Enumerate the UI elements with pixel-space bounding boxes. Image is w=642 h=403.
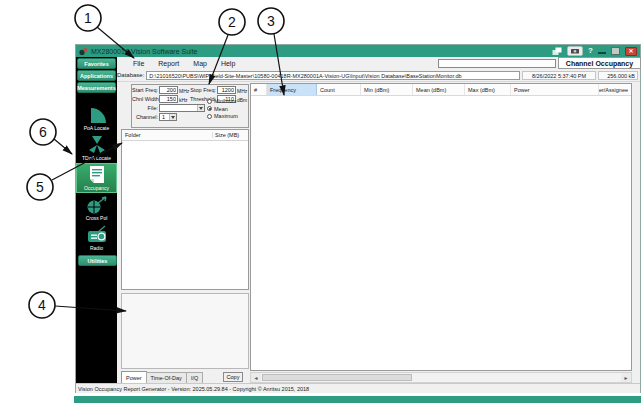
app-window: MX280001A Vision Software Suite ? ✕ Fil bbox=[75, 44, 641, 393]
sidebar-section-applications[interactable]: Applications bbox=[77, 70, 116, 81]
channel-label: Channel: bbox=[132, 114, 158, 120]
scroll-right-icon[interactable]: ► bbox=[621, 373, 631, 382]
taskbar-strip bbox=[74, 396, 641, 403]
column-header-power[interactable]: Power bbox=[511, 84, 599, 95]
column-header-min-dbm[interactable]: Min (dBm) bbox=[361, 84, 413, 95]
preview-panel bbox=[121, 293, 249, 369]
results-table: #FrequencyCountMin (dBm)Mean (dBm)Max (d… bbox=[250, 83, 632, 371]
bottom-tab-strip: PowerTime-Of-DayI/Q bbox=[121, 371, 202, 383]
column-header-frequency[interactable]: Frequency bbox=[267, 84, 317, 95]
stop-freq-unit: MHz bbox=[237, 88, 247, 94]
sidebar-item-occupancy[interactable]: Occupancy bbox=[76, 163, 117, 193]
chevron-down-icon bbox=[197, 105, 204, 111]
svg-text:4: 4 bbox=[38, 297, 46, 313]
database-label: Database: bbox=[117, 72, 144, 78]
chnl-width-label: Chnl Width: bbox=[132, 96, 158, 102]
menu-item-report[interactable]: Report bbox=[151, 60, 186, 67]
size-column-header[interactable]: Size (MB) bbox=[212, 132, 248, 138]
app-logo-icon bbox=[79, 47, 88, 56]
chevron-down-icon bbox=[169, 114, 176, 120]
sidebar-item-poa-locate[interactable]: PoA Locate bbox=[76, 103, 117, 133]
stop-freq-label: Stop Freq: bbox=[190, 87, 216, 93]
chnl-width-input[interactable] bbox=[159, 95, 178, 103]
radio-button-icon bbox=[207, 99, 212, 104]
column-header-max-dbm[interactable]: Max (dBm) bbox=[465, 84, 511, 95]
folder-list[interactable]: Folder Size (MB) bbox=[121, 129, 249, 290]
radio-button-icon bbox=[207, 114, 212, 119]
sidebar-item-tdoa-locate[interactable]: TDoA Locate bbox=[76, 133, 117, 163]
occupancy-icon bbox=[85, 165, 109, 184]
database-path-field[interactable]: D:\21016520\PUBS\WIP\Field-Site-Master\1… bbox=[146, 71, 520, 80]
sidebar-section-measurements[interactable]: Measurements bbox=[77, 82, 116, 93]
stop-freq-input[interactable] bbox=[217, 86, 236, 94]
sidebar: Favorites Applications Measurements PoA … bbox=[76, 57, 117, 383]
close-button[interactable]: ✕ bbox=[625, 47, 637, 56]
status-text: Vision Occupancy Report Generator - Vers… bbox=[78, 386, 309, 392]
folder-column-header[interactable]: Folder bbox=[122, 132, 212, 138]
svg-text:1: 1 bbox=[84, 10, 92, 26]
channel-dropdown[interactable]: 1 bbox=[159, 113, 177, 121]
windows-icon[interactable] bbox=[552, 47, 562, 56]
maximize-button[interactable] bbox=[611, 47, 620, 55]
column-header-count[interactable]: Count bbox=[317, 84, 361, 95]
svg-text:6: 6 bbox=[39, 124, 47, 140]
poa-locate-icon bbox=[85, 105, 109, 124]
folder-list-header: Folder Size (MB) bbox=[122, 130, 248, 141]
column-header-mean-dbm[interactable]: Mean (dBm) bbox=[413, 84, 465, 95]
radio-icon bbox=[85, 225, 109, 244]
svg-text:3: 3 bbox=[267, 13, 275, 29]
tab-time-of-day[interactable]: Time-Of-Day bbox=[146, 372, 187, 383]
table-header-row: #FrequencyCountMin (dBm)Mean (dBm)Max (d… bbox=[251, 84, 631, 96]
scroll-left-icon[interactable]: ◄ bbox=[251, 373, 261, 382]
cross-pol-icon bbox=[85, 195, 109, 214]
horizontal-scrollbar[interactable]: ◄ ► bbox=[250, 372, 632, 383]
chnl-width-unit: kHz bbox=[179, 97, 188, 103]
sidebar-item-radio[interactable]: Radio bbox=[76, 223, 117, 253]
column-header-num[interactable]: # bbox=[251, 84, 267, 95]
tdoa-locate-icon bbox=[85, 135, 109, 154]
progress-bar bbox=[438, 59, 556, 68]
radio-button-icon bbox=[207, 106, 212, 111]
copy-button[interactable]: Copy bbox=[223, 372, 243, 382]
scrollbar-thumb[interactable] bbox=[262, 374, 412, 381]
svg-text:2: 2 bbox=[228, 14, 236, 30]
menu-item-help[interactable]: Help bbox=[214, 60, 242, 67]
sidebar-item-cross-pol[interactable]: Cross Pol bbox=[76, 193, 117, 223]
minimize-button[interactable] bbox=[598, 52, 606, 54]
screenshot-camera-icon[interactable] bbox=[567, 46, 583, 56]
file-label: File: bbox=[132, 105, 158, 111]
callout-6: 6 bbox=[30, 119, 72, 154]
threshold-unit: dBm bbox=[237, 97, 247, 103]
status-bar: Vision Occupancy Report Generator - Vers… bbox=[76, 383, 640, 393]
menu-bar: FileReportMapHelp Channel Occupancy bbox=[76, 57, 640, 69]
menu-bar-items: FileReportMapHelp bbox=[126, 60, 242, 67]
menu-item-map[interactable]: Map bbox=[186, 60, 214, 67]
radio-maximum[interactable]: Maximum bbox=[207, 113, 238, 119]
title-bar: MX280001A Vision Software Suite ? ✕ bbox=[76, 45, 640, 57]
tab-power[interactable]: Power bbox=[121, 371, 147, 383]
database-size: 256.000 kB bbox=[598, 71, 638, 80]
tab-i-q[interactable]: I/Q bbox=[186, 372, 203, 383]
start-freq-label: Start Freq: bbox=[132, 87, 158, 93]
database-modified-date: 8/26/2022 5:37:40 PM bbox=[522, 71, 596, 80]
radio-mean[interactable]: Mean bbox=[207, 106, 228, 112]
window-title: MX280001A Vision Software Suite bbox=[91, 48, 198, 55]
sidebar-section-utilities[interactable]: Utilities bbox=[78, 255, 117, 266]
start-freq-unit: MHz bbox=[179, 88, 189, 94]
radio-minimum[interactable]: Minimum bbox=[207, 98, 236, 104]
channel-dropdown-value: 1 bbox=[162, 114, 165, 120]
database-bar: Database: D:\21016520\PUBS\WIP\Field-Sit… bbox=[76, 69, 640, 82]
file-dropdown[interactable] bbox=[159, 104, 205, 112]
sidebar-items: PoA Locate TDoA Locate bbox=[76, 103, 117, 253]
figure-canvas: MX280001A Vision Software Suite ? ✕ Fil bbox=[0, 0, 642, 403]
page-title: Channel Occupancy bbox=[558, 57, 641, 69]
settings-panel: Start Freq: MHz Stop Freq: MHz Chnl Widt… bbox=[131, 84, 249, 128]
svg-text:5: 5 bbox=[36, 179, 44, 195]
help-icon[interactable]: ? bbox=[588, 46, 593, 56]
menu-item-file[interactable]: File bbox=[126, 60, 151, 67]
sidebar-sections: Favorites Applications Measurements bbox=[76, 58, 117, 93]
sidebar-section-favorites[interactable]: Favorites bbox=[77, 58, 116, 69]
column-header-owner-assignee[interactable]: Owner/Assignee bbox=[599, 84, 631, 95]
start-freq-input[interactable] bbox=[159, 86, 178, 94]
